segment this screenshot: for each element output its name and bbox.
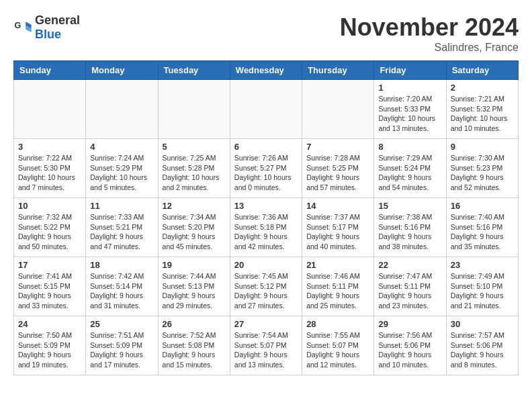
calendar-cell: [14, 80, 86, 139]
weekday-header-sunday: Sunday: [14, 61, 86, 80]
day-number: 28: [306, 319, 369, 329]
day-number: 23: [451, 260, 514, 270]
calendar-week-4: 17Sunrise: 7:41 AM Sunset: 5:15 PM Dayli…: [14, 257, 519, 316]
cell-content: Sunrise: 7:44 AM Sunset: 5:13 PM Dayligh…: [163, 271, 226, 311]
calendar-cell: 13Sunrise: 7:36 AM Sunset: 5:18 PM Dayli…: [230, 198, 302, 257]
calendar-cell: 6Sunrise: 7:26 AM Sunset: 5:27 PM Daylig…: [230, 139, 302, 198]
calendar-cell: 3Sunrise: 7:22 AM Sunset: 5:30 PM Daylig…: [14, 139, 86, 198]
calendar-cell: 4Sunrise: 7:24 AM Sunset: 5:29 PM Daylig…: [86, 139, 158, 198]
day-number: 17: [18, 260, 81, 270]
calendar-week-5: 24Sunrise: 7:50 AM Sunset: 5:09 PM Dayli…: [14, 316, 519, 375]
calendar-cell: 1Sunrise: 7:20 AM Sunset: 5:33 PM Daylig…: [374, 80, 446, 139]
calendar-cell: 11Sunrise: 7:33 AM Sunset: 5:21 PM Dayli…: [86, 198, 158, 257]
cell-content: Sunrise: 7:26 AM Sunset: 5:27 PM Dayligh…: [234, 153, 298, 193]
weekday-header-saturday: Saturday: [446, 61, 518, 80]
month-title: November 2024: [340, 13, 519, 42]
calendar-cell: 29Sunrise: 7:56 AM Sunset: 5:06 PM Dayli…: [374, 316, 446, 375]
cell-content: Sunrise: 7:33 AM Sunset: 5:21 PM Dayligh…: [90, 212, 153, 252]
calendar-cell: 24Sunrise: 7:50 AM Sunset: 5:09 PM Dayli…: [14, 316, 86, 375]
calendar-cell: 14Sunrise: 7:37 AM Sunset: 5:17 PM Dayli…: [302, 198, 374, 257]
calendar-cell: 23Sunrise: 7:49 AM Sunset: 5:10 PM Dayli…: [446, 257, 518, 316]
cell-content: Sunrise: 7:56 AM Sunset: 5:06 PM Dayligh…: [378, 330, 441, 370]
day-number: 12: [163, 201, 226, 211]
day-number: 4: [90, 142, 153, 152]
cell-content: Sunrise: 7:28 AM Sunset: 5:25 PM Dayligh…: [306, 153, 369, 193]
day-number: 16: [451, 201, 514, 211]
cell-content: Sunrise: 7:57 AM Sunset: 5:06 PM Dayligh…: [451, 330, 514, 370]
calendar-cell: 28Sunrise: 7:55 AM Sunset: 5:07 PM Dayli…: [302, 316, 374, 375]
calendar-cell: 22Sunrise: 7:47 AM Sunset: 5:11 PM Dayli…: [374, 257, 446, 316]
cell-content: Sunrise: 7:46 AM Sunset: 5:11 PM Dayligh…: [306, 271, 369, 311]
cell-content: Sunrise: 7:42 AM Sunset: 5:14 PM Dayligh…: [90, 271, 153, 311]
weekday-header-friday: Friday: [374, 61, 446, 80]
day-number: 21: [306, 260, 369, 270]
day-number: 20: [234, 260, 298, 270]
day-number: 25: [90, 319, 153, 329]
calendar-cell: 2Sunrise: 7:21 AM Sunset: 5:32 PM Daylig…: [446, 80, 518, 139]
logo-icon: G: [13, 18, 32, 37]
cell-content: Sunrise: 7:25 AM Sunset: 5:28 PM Dayligh…: [163, 153, 226, 193]
day-number: 1: [378, 83, 441, 93]
day-number: 9: [451, 142, 514, 152]
calendar-cell: 30Sunrise: 7:57 AM Sunset: 5:06 PM Dayli…: [446, 316, 518, 375]
weekday-header-row: SundayMondayTuesdayWednesdayThursdayFrid…: [14, 61, 519, 80]
cell-content: Sunrise: 7:30 AM Sunset: 5:23 PM Dayligh…: [451, 153, 514, 193]
cell-content: Sunrise: 7:34 AM Sunset: 5:20 PM Dayligh…: [163, 212, 226, 252]
cell-content: Sunrise: 7:55 AM Sunset: 5:07 PM Dayligh…: [306, 330, 369, 370]
day-number: 2: [451, 83, 514, 93]
weekday-header-wednesday: Wednesday: [230, 61, 302, 80]
calendar-week-3: 10Sunrise: 7:32 AM Sunset: 5:22 PM Dayli…: [14, 198, 519, 257]
svg-text:G: G: [14, 21, 21, 30]
header: G General Blue November 2024 Salindres, …: [13, 13, 519, 54]
calendar-cell: 12Sunrise: 7:34 AM Sunset: 5:20 PM Dayli…: [158, 198, 230, 257]
cell-content: Sunrise: 7:54 AM Sunset: 5:07 PM Dayligh…: [234, 330, 298, 370]
calendar-cell: 10Sunrise: 7:32 AM Sunset: 5:22 PM Dayli…: [14, 198, 86, 257]
title-area: November 2024 Salindres, France: [340, 13, 519, 54]
calendar: SundayMondayTuesdayWednesdayThursdayFrid…: [13, 60, 519, 375]
calendar-cell: [158, 80, 230, 139]
calendar-cell: 15Sunrise: 7:38 AM Sunset: 5:16 PM Dayli…: [374, 198, 446, 257]
calendar-cell: 17Sunrise: 7:41 AM Sunset: 5:15 PM Dayli…: [14, 257, 86, 316]
day-number: 19: [163, 260, 226, 270]
cell-content: Sunrise: 7:49 AM Sunset: 5:10 PM Dayligh…: [451, 271, 514, 311]
calendar-cell: [230, 80, 302, 139]
calendar-cell: 26Sunrise: 7:52 AM Sunset: 5:08 PM Dayli…: [158, 316, 230, 375]
cell-content: Sunrise: 7:51 AM Sunset: 5:09 PM Dayligh…: [90, 330, 153, 370]
calendar-cell: 25Sunrise: 7:51 AM Sunset: 5:09 PM Dayli…: [86, 316, 158, 375]
day-number: 7: [306, 142, 369, 152]
cell-content: Sunrise: 7:29 AM Sunset: 5:24 PM Dayligh…: [378, 153, 441, 193]
weekday-header-monday: Monday: [86, 61, 158, 80]
calendar-cell: 19Sunrise: 7:44 AM Sunset: 5:13 PM Dayli…: [158, 257, 230, 316]
calendar-cell: 20Sunrise: 7:45 AM Sunset: 5:12 PM Dayli…: [230, 257, 302, 316]
cell-content: Sunrise: 7:50 AM Sunset: 5:09 PM Dayligh…: [18, 330, 81, 370]
cell-content: Sunrise: 7:38 AM Sunset: 5:16 PM Dayligh…: [378, 212, 441, 252]
calendar-cell: 8Sunrise: 7:29 AM Sunset: 5:24 PM Daylig…: [374, 139, 446, 198]
cell-content: Sunrise: 7:52 AM Sunset: 5:08 PM Dayligh…: [163, 330, 226, 370]
cell-content: Sunrise: 7:22 AM Sunset: 5:30 PM Dayligh…: [18, 153, 81, 193]
calendar-cell: 9Sunrise: 7:30 AM Sunset: 5:23 PM Daylig…: [446, 139, 518, 198]
cell-content: Sunrise: 7:37 AM Sunset: 5:17 PM Dayligh…: [306, 212, 369, 252]
logo-text: General Blue: [35, 13, 80, 42]
cell-content: Sunrise: 7:40 AM Sunset: 5:16 PM Dayligh…: [451, 212, 514, 252]
calendar-cell: [302, 80, 374, 139]
day-number: 3: [18, 142, 81, 152]
logo: G General Blue: [13, 13, 80, 42]
cell-content: Sunrise: 7:20 AM Sunset: 5:33 PM Dayligh…: [378, 94, 441, 134]
weekday-header-tuesday: Tuesday: [158, 61, 230, 80]
day-number: 10: [18, 201, 81, 211]
calendar-week-2: 3Sunrise: 7:22 AM Sunset: 5:30 PM Daylig…: [14, 139, 519, 198]
day-number: 24: [18, 319, 81, 329]
calendar-cell: 7Sunrise: 7:28 AM Sunset: 5:25 PM Daylig…: [302, 139, 374, 198]
calendar-cell: 27Sunrise: 7:54 AM Sunset: 5:07 PM Dayli…: [230, 316, 302, 375]
day-number: 29: [378, 319, 441, 329]
calendar-week-1: 1Sunrise: 7:20 AM Sunset: 5:33 PM Daylig…: [14, 80, 519, 139]
cell-content: Sunrise: 7:45 AM Sunset: 5:12 PM Dayligh…: [234, 271, 298, 311]
calendar-cell: 16Sunrise: 7:40 AM Sunset: 5:16 PM Dayli…: [446, 198, 518, 257]
day-number: 18: [90, 260, 153, 270]
calendar-cell: 21Sunrise: 7:46 AM Sunset: 5:11 PM Dayli…: [302, 257, 374, 316]
day-number: 11: [90, 201, 153, 211]
day-number: 22: [378, 260, 441, 270]
day-number: 30: [451, 319, 514, 329]
weekday-header-thursday: Thursday: [302, 61, 374, 80]
day-number: 13: [234, 201, 298, 211]
